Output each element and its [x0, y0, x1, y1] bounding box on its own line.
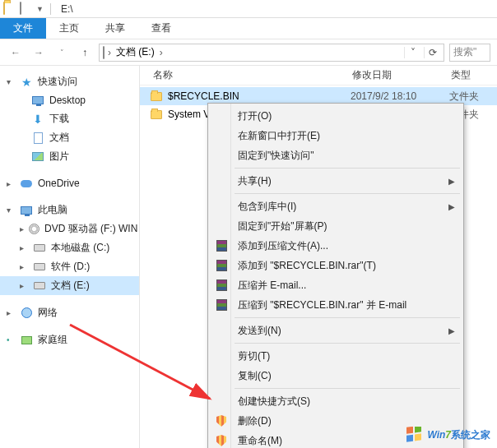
tab-share[interactable]: 共享	[92, 18, 138, 39]
column-header-name[interactable]: 名称	[140, 68, 346, 82]
ctx-open[interactable]: 打开(O)	[210, 106, 462, 126]
sidebar-item-label: Desktop	[49, 95, 86, 106]
refresh-icon[interactable]: ⟳	[424, 47, 440, 58]
sidebar-item-label: 文档 (E:)	[51, 279, 90, 293]
sidebar-item-desktop[interactable]: Desktop	[0, 91, 139, 109]
address-box[interactable]: › 文档 (E:) › ˅ ⟳	[99, 44, 444, 62]
nav-recent-dropdown[interactable]: ˅	[53, 44, 71, 62]
sidebar-item-label: 下载	[49, 112, 69, 126]
sidebar-item-label: 文档	[49, 131, 69, 145]
breadcrumb-root[interactable]: 文档 (E:)	[114, 45, 156, 59]
column-header-type[interactable]: 类型	[444, 68, 497, 82]
column-header-date[interactable]: 修改日期	[346, 68, 444, 82]
sidebar-item-label: 本地磁盘 (C:)	[51, 241, 109, 255]
folder-icon	[3, 2, 16, 16]
svg-rect-3	[406, 435, 413, 442]
ctx-create-shortcut[interactable]: 创建快捷方式(S)	[210, 391, 462, 411]
ctx-compress-email[interactable]: 压缩并 E-mail...	[210, 275, 462, 295]
uac-shield-icon	[215, 434, 228, 447]
sidebar-item-network[interactable]: ▸网络	[0, 303, 139, 322]
navigation-pane: ▾★快速访问 Desktop ⬇下载 文档 图片 ▸OneDrive ▾此电脑 …	[0, 66, 140, 448]
ctx-compress-rar-email[interactable]: 压缩到 "$RECYCLE.BIN.rar" 并 E-mail	[210, 295, 462, 315]
sidebar-item-disk-e[interactable]: ▸文档 (E:)	[0, 276, 139, 295]
search-placeholder: 搜索"	[453, 45, 476, 59]
tab-home[interactable]: 主页	[46, 18, 92, 39]
address-bar: ← → ˅ ↑ › 文档 (E:) › ˅ ⟳ 搜索"	[0, 39, 497, 66]
sidebar-item-disk-d[interactable]: ▸软件 (D:)	[0, 257, 139, 276]
uac-shield-icon	[215, 414, 228, 427]
ctx-open-new-window[interactable]: 在新窗口中打开(E)	[210, 126, 462, 145]
sidebar-item-this-pc[interactable]: ▾此电脑	[0, 201, 139, 219]
ctx-send-to[interactable]: 发送到(N)▶	[210, 321, 462, 340]
sidebar-item-label: 家庭组	[38, 333, 67, 347]
breadcrumb-sep-icon[interactable]: ›	[108, 47, 111, 58]
drive-icon	[20, 2, 33, 16]
ctx-pin-start[interactable]: 固定到"开始"屏幕(P)	[210, 216, 462, 236]
sidebar-item-homegroup[interactable]: •家庭组	[0, 330, 139, 349]
watermark: Win7系统之家	[406, 427, 490, 443]
sidebar-item-label: 图片	[49, 150, 69, 164]
nav-up-button[interactable]: ↑	[76, 44, 94, 62]
ctx-pin-quick-access[interactable]: 固定到"快速访问"	[210, 145, 462, 165]
file-date: 2017/9/2 18:10	[351, 90, 449, 102]
tab-file[interactable]: 文件	[0, 18, 46, 39]
sidebar-item-label: OneDrive	[38, 178, 80, 189]
folder-icon	[150, 90, 163, 103]
file-name: $RECYCLE.BIN	[168, 90, 351, 102]
sidebar-item-label: 网络	[38, 306, 58, 320]
nav-forward-button[interactable]: →	[30, 44, 48, 62]
search-input[interactable]: 搜索"	[449, 44, 490, 62]
sidebar-item-label: 快速访问	[38, 75, 77, 89]
sidebar-item-pictures[interactable]: 图片	[0, 147, 139, 166]
svg-rect-2	[415, 427, 421, 432]
menu-separator	[235, 343, 460, 344]
divider	[50, 3, 51, 15]
nav-back-button[interactable]: ←	[7, 44, 25, 62]
ctx-share[interactable]: 共享(H)▶	[210, 171, 462, 191]
tab-view[interactable]: 查看	[138, 18, 184, 39]
ctx-cut[interactable]: 剪切(T)	[210, 346, 462, 366]
sidebar-item-disk-c[interactable]: ▸本地磁盘 (C:)	[0, 238, 139, 257]
column-headers: 名称 修改日期 类型	[140, 66, 497, 85]
sidebar-item-label: 此电脑	[38, 203, 67, 217]
sidebar-item-downloads[interactable]: ⬇下载	[0, 109, 139, 128]
ctx-add-rar[interactable]: 添加到 "$RECYCLE.BIN.rar"(T)	[210, 256, 462, 275]
breadcrumb-sep-icon[interactable]: ›	[160, 47, 163, 58]
sidebar-item-documents[interactable]: 文档	[0, 128, 139, 147]
svg-rect-1	[406, 427, 413, 434]
context-menu: 打开(O) 在新窗口中打开(E) 固定到"快速访问" 共享(H)▶ 包含到库中(…	[207, 103, 464, 448]
menu-separator	[235, 317, 460, 318]
svg-rect-4	[415, 433, 421, 441]
folder-icon	[150, 108, 163, 121]
window-title: E:\	[58, 3, 77, 15]
ctx-add-archive[interactable]: 添加到压缩文件(A)...	[210, 236, 462, 256]
sidebar-item-onedrive[interactable]: ▸OneDrive	[0, 174, 139, 192]
file-type: 文件夹	[449, 90, 497, 104]
title-bar: ▼ E:\	[0, 0, 497, 18]
winrar-icon	[215, 239, 228, 252]
address-dropdown-icon[interactable]: ˅	[404, 47, 420, 58]
ribbon-tabs: 文件 主页 共享 查看	[0, 18, 497, 39]
menu-separator	[235, 193, 460, 194]
submenu-arrow-icon: ▶	[448, 202, 455, 211]
drive-icon	[103, 47, 105, 58]
winrar-icon	[215, 279, 228, 292]
sidebar-item-label: 软件 (D:)	[51, 260, 90, 274]
windows-logo-icon	[406, 427, 424, 443]
qat-dropdown-icon[interactable]: ▼	[36, 5, 44, 13]
winrar-icon	[215, 298, 228, 312]
sidebar-item-label: DVD 驱动器 (F:) WIN	[44, 222, 137, 236]
menu-separator	[235, 168, 460, 169]
sidebar-item-quick-access[interactable]: ▾★快速访问	[0, 72, 139, 91]
submenu-arrow-icon: ▶	[448, 326, 455, 335]
winrar-icon	[215, 259, 228, 272]
sidebar-item-dvd[interactable]: ▸DVD 驱动器 (F:) WIN	[0, 219, 139, 238]
ctx-copy[interactable]: 复制(C)	[210, 366, 462, 386]
submenu-arrow-icon: ▶	[448, 177, 455, 186]
ctx-include-library[interactable]: 包含到库中(I)▶	[210, 196, 462, 216]
menu-separator	[235, 388, 460, 389]
